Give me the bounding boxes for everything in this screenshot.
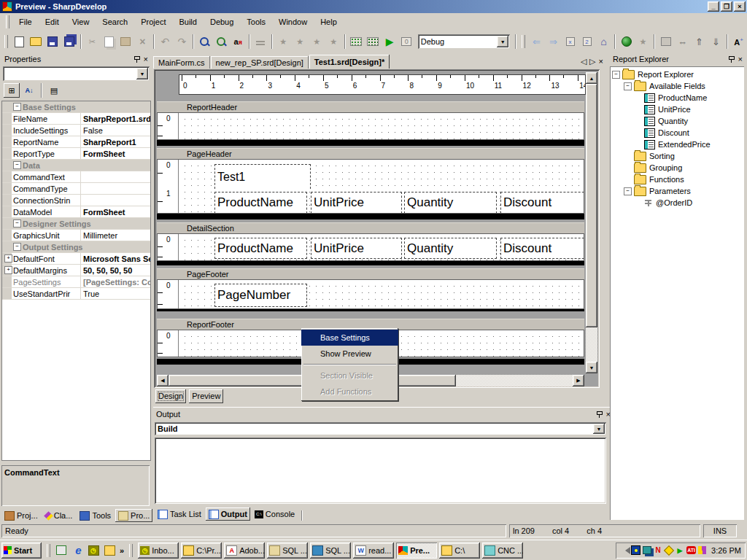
toolbar-grip2[interactable]: [522, 35, 525, 48]
undo-button[interactable]: ↶: [157, 34, 174, 50]
menu-project[interactable]: Project: [134, 15, 172, 28]
menu-grip[interactable]: [6, 15, 9, 28]
task-explorer-c[interactable]: C:\Pr...: [181, 542, 222, 559]
sort-button[interactable]: A+: [730, 34, 747, 50]
favorites-button[interactable]: ★: [635, 34, 651, 50]
section-divider[interactable]: [157, 261, 584, 265]
report-item-productname-detail[interactable]: ProductName: [214, 238, 307, 259]
tab-scroll-left-icon[interactable]: ◁: [581, 57, 587, 66]
new-file-button[interactable]: [11, 34, 28, 50]
new-window-button[interactable]: [657, 34, 674, 50]
open-file-button[interactable]: [28, 34, 44, 50]
report-item-quantity[interactable]: Quantity: [404, 192, 497, 214]
property-row[interactable]: +DefaultFontMicrosoft Sans Ser: [2, 253, 150, 265]
menu-build[interactable]: Build: [172, 15, 203, 28]
redo-button[interactable]: ↷: [174, 34, 190, 50]
tab-classes[interactable]: Cla...: [42, 509, 76, 522]
section-body-detailsection[interactable]: 0 ProductName UnitPrice Quantity Discoun…: [157, 233, 584, 261]
taskbar-grip[interactable]: [47, 544, 50, 557]
task-explorer-c2[interactable]: C:\: [439, 542, 480, 559]
close-icon[interactable]: ×: [144, 55, 148, 63]
report-item-title[interactable]: Test1: [214, 164, 311, 189]
report-item-pagenumber[interactable]: PageNumber: [214, 284, 307, 307]
property-category[interactable]: −Data: [2, 160, 150, 171]
paste-button[interactable]: [117, 34, 134, 50]
scroll-right-icon[interactable]: ▶: [573, 375, 584, 386]
vscroll-thumb[interactable]: [586, 84, 597, 327]
property-pages-button[interactable]: ▤: [46, 83, 62, 98]
hscroll-track[interactable]: [456, 375, 573, 386]
minimize-button[interactable]: _: [708, 1, 719, 12]
vertical-scrollbar[interactable]: ▲ ▼: [586, 72, 597, 373]
back-button[interactable]: ⇐: [528, 34, 545, 50]
tree-node-functions[interactable]: Functions: [612, 174, 744, 185]
property-row[interactable]: ReportTypeFormSheet: [2, 148, 150, 160]
report-item-discount[interactable]: Discount: [500, 192, 584, 214]
misc-tray-icon[interactable]: [698, 546, 706, 554]
prev-bookmark-button[interactable]: ★: [292, 34, 309, 50]
save-all-button[interactable]: [61, 34, 78, 50]
collapse-icon[interactable]: −: [612, 71, 620, 79]
property-row[interactable]: UseStandartPrirTrue: [2, 288, 150, 300]
property-row[interactable]: +DefaultMargins50, 50, 50, 50: [2, 265, 150, 276]
tab-preview[interactable]: Preview: [189, 389, 223, 403]
tab-close-icon[interactable]: ×: [599, 57, 603, 66]
compile-all-button[interactable]: [365, 34, 382, 50]
tree-node-field[interactable]: Quantity: [612, 115, 744, 127]
replace-button[interactable]: aя: [230, 34, 247, 50]
property-category[interactable]: −Designer Settings: [2, 218, 150, 230]
delete-button[interactable]: ×: [134, 34, 151, 50]
tab-console[interactable]: C:\Console: [252, 508, 298, 521]
report-item-discount-detail[interactable]: Discount: [500, 238, 584, 259]
ati-icon[interactable]: ATI: [686, 546, 696, 554]
forward-button[interactable]: ⇒: [545, 34, 562, 50]
collapse-icon[interactable]: −: [13, 243, 21, 251]
menu-search[interactable]: Search: [96, 15, 134, 28]
save-button[interactable]: [44, 34, 61, 50]
clear-bookmarks-button[interactable]: ★: [325, 34, 342, 50]
section-body-pageheader[interactable]: 0 1 Test1 ProductName UnitPrice Quantity…: [157, 159, 584, 214]
property-row[interactable]: ConnectionStrin: [2, 195, 150, 206]
taskbar-grip2[interactable]: [129, 544, 133, 557]
find-in-files-button[interactable]: [213, 34, 230, 50]
volume-icon[interactable]: [620, 546, 629, 555]
task-inbox[interactable]: ◷Inbo...: [138, 542, 179, 559]
close-button[interactable]: ×: [734, 1, 746, 12]
expand-icon[interactable]: +: [4, 266, 12, 274]
report-item-quantity-detail[interactable]: Quantity: [404, 238, 497, 259]
quicklaunch-more-icon[interactable]: »: [120, 546, 124, 555]
chevron-down-icon[interactable]: [593, 424, 605, 434]
section-divider[interactable]: [157, 214, 584, 219]
toolbar-grip[interactable]: [4, 35, 8, 48]
collapse-icon[interactable]: −: [13, 161, 21, 169]
quicklaunch-find[interactable]: [104, 543, 117, 557]
property-row[interactable]: FileNameSharpReport1.srd: [2, 113, 150, 125]
pin-icon[interactable]: [595, 410, 604, 419]
property-row[interactable]: IncludeSettingsFalse: [2, 125, 150, 136]
tab-design[interactable]: Design: [155, 389, 186, 403]
chevron-down-icon[interactable]: [136, 68, 148, 79]
toggle-bookmark-button[interactable]: ★: [275, 34, 292, 50]
object-selector-combobox[interactable]: [3, 66, 150, 81]
section-caption-reportheader[interactable]: ReportHeader: [157, 101, 584, 112]
collapse-icon[interactable]: −: [624, 187, 632, 195]
pin-icon[interactable]: [133, 55, 142, 63]
property-row[interactable]: PageSettings[PageSettings: Col: [2, 276, 150, 288]
run-button[interactable]: ▶: [382, 34, 398, 50]
property-row[interactable]: CommandText: [2, 171, 150, 183]
tree-node-sorting[interactable]: Sorting: [612, 150, 744, 162]
property-row[interactable]: ReportNameSharpReport1: [2, 136, 150, 148]
collapse-icon[interactable]: −: [13, 103, 21, 111]
play-agent-icon[interactable]: ▶: [676, 546, 684, 555]
fit-width-button[interactable]: ⇔: [674, 34, 691, 50]
compile-button[interactable]: [348, 34, 365, 50]
browser-refresh-button[interactable]: 2: [578, 34, 595, 50]
collapse-icon[interactable]: −: [13, 219, 21, 228]
combo-dropdown-icon[interactable]: [497, 36, 508, 47]
alphabetical-button[interactable]: A↓: [21, 83, 37, 98]
copy-button[interactable]: [101, 34, 117, 50]
report-item-unitprice-detail[interactable]: UnitPrice: [311, 238, 402, 259]
menu-window[interactable]: Window: [272, 15, 314, 28]
tree-node-parameters[interactable]: −Parameters: [612, 185, 744, 197]
menu-tools[interactable]: Tools: [240, 15, 272, 28]
